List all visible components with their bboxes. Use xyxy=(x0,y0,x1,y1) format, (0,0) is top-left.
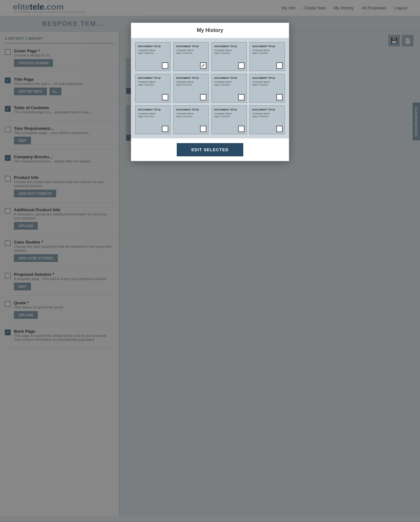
modal-header: My History xyxy=(131,23,289,38)
doc-title-1: DOCUMENT TITLE xyxy=(176,45,206,48)
doc-title-3: DOCUMENT TITLE xyxy=(252,45,282,48)
edit-selected-button[interactable]: EDIT SELECTED xyxy=(177,143,243,156)
doc-company-4: Company Name xyxy=(138,80,168,83)
doc-company-2: Company Name xyxy=(214,49,244,52)
doc-item-11[interactable]: DOCUMENT TITLECompany NameDate: 01/10/14 xyxy=(249,105,285,134)
doc-date-0: Date: 01/10/14 xyxy=(138,52,168,55)
doc-company-7: Company Name xyxy=(252,80,282,83)
doc-item-4[interactable]: DOCUMENT TITLECompany NameDate: 01/10/14 xyxy=(135,74,171,103)
doc-date-5: Date: 01/10/14 xyxy=(176,83,206,86)
doc-title-6: DOCUMENT TITLE xyxy=(214,77,244,80)
doc-date-1: Date: 01/10/14 xyxy=(176,52,206,55)
doc-title-11: DOCUMENT TITLE xyxy=(252,108,282,111)
doc-company-1: Company Name xyxy=(176,49,206,52)
doc-date-11: Date: 01/10/14 xyxy=(252,115,282,118)
doc-item-5[interactable]: DOCUMENT TITLECompany NameDate: 01/10/14 xyxy=(173,74,209,103)
doc-company-6: Company Name xyxy=(214,80,244,83)
doc-title-10: DOCUMENT TITLE xyxy=(214,108,244,111)
doc-checkbox-0[interactable] xyxy=(162,62,168,69)
doc-item-6[interactable]: DOCUMENT TITLECompany NameDate: 01/10/14 xyxy=(211,74,247,103)
doc-company-8: Company Name xyxy=(138,112,168,115)
doc-title-5: DOCUMENT TITLE xyxy=(176,77,206,80)
doc-item-1[interactable]: DOCUMENT TITLECompany NameDate: 01/10/14… xyxy=(173,42,209,71)
doc-checkbox-1[interactable]: ✓ xyxy=(200,62,206,69)
modal: My History DOCUMENT TITLECompany NameDat… xyxy=(131,23,289,161)
doc-checkbox-9[interactable] xyxy=(200,126,206,132)
doc-title-0: DOCUMENT TITLE xyxy=(138,45,168,48)
doc-title-7: DOCUMENT TITLE xyxy=(252,77,282,80)
doc-item-2[interactable]: DOCUMENT TITLECompany NameDate: 01/10/14 xyxy=(211,42,247,71)
modal-title: My History xyxy=(138,27,282,33)
doc-title-9: DOCUMENT TITLE xyxy=(176,108,206,111)
doc-checkbox-8[interactable] xyxy=(162,126,168,132)
doc-company-11: Company Name xyxy=(252,112,282,115)
modal-overlay[interactable]: My History DOCUMENT TITLECompany NameDat… xyxy=(0,0,420,522)
doc-date-8: Date: 01/10/14 xyxy=(138,115,168,118)
doc-checkbox-2[interactable] xyxy=(238,62,245,69)
doc-company-10: Company Name xyxy=(214,112,244,115)
doc-title-4: DOCUMENT TITLE xyxy=(138,77,168,80)
doc-date-2: Date: 01/10/14 xyxy=(214,52,244,55)
doc-checkbox-10[interactable] xyxy=(238,126,245,132)
doc-date-7: Date: 01/10/14 xyxy=(252,83,282,86)
doc-item-0[interactable]: DOCUMENT TITLECompany NameDate: 01/10/14 xyxy=(135,42,171,71)
doc-checkbox-4[interactable] xyxy=(162,94,168,100)
doc-item-10[interactable]: DOCUMENT TITLECompany NameDate: 01/10/14 xyxy=(211,105,247,134)
doc-date-6: Date: 01/10/14 xyxy=(214,83,244,86)
doc-date-10: Date: 01/10/14 xyxy=(214,115,244,118)
doc-title-2: DOCUMENT TITLE xyxy=(214,45,244,48)
doc-item-7[interactable]: DOCUMENT TITLECompany NameDate: 01/10/14 xyxy=(249,74,285,103)
doc-checkbox-5[interactable] xyxy=(200,94,206,100)
doc-title-8: DOCUMENT TITLE xyxy=(138,108,168,111)
doc-company-5: Company Name xyxy=(176,80,206,83)
doc-date-4: Date: 01/10/14 xyxy=(138,83,168,86)
doc-date-3: Date: 01/10/14 xyxy=(252,52,282,55)
doc-checkbox-11[interactable] xyxy=(276,126,283,132)
doc-item-9[interactable]: DOCUMENT TITLECompany NameDate: 01/10/14 xyxy=(173,105,209,134)
doc-date-9: Date: 01/10/14 xyxy=(176,115,206,118)
doc-grid: DOCUMENT TITLECompany NameDate: 01/10/14… xyxy=(135,42,285,134)
doc-checkbox-7[interactable] xyxy=(276,94,283,100)
doc-company-0: Company Name xyxy=(138,49,168,52)
doc-company-3: Company Name xyxy=(252,49,282,52)
doc-item-3[interactable]: DOCUMENT TITLECompany NameDate: 01/10/14 xyxy=(249,42,285,71)
doc-item-8[interactable]: DOCUMENT TITLECompany NameDate: 01/10/14 xyxy=(135,105,171,134)
doc-checkbox-6[interactable] xyxy=(238,94,245,100)
modal-footer: EDIT SELECTED xyxy=(131,138,289,161)
doc-checkbox-3[interactable] xyxy=(276,62,283,69)
doc-company-9: Company Name xyxy=(176,112,206,115)
modal-body: DOCUMENT TITLECompany NameDate: 01/10/14… xyxy=(131,38,289,138)
